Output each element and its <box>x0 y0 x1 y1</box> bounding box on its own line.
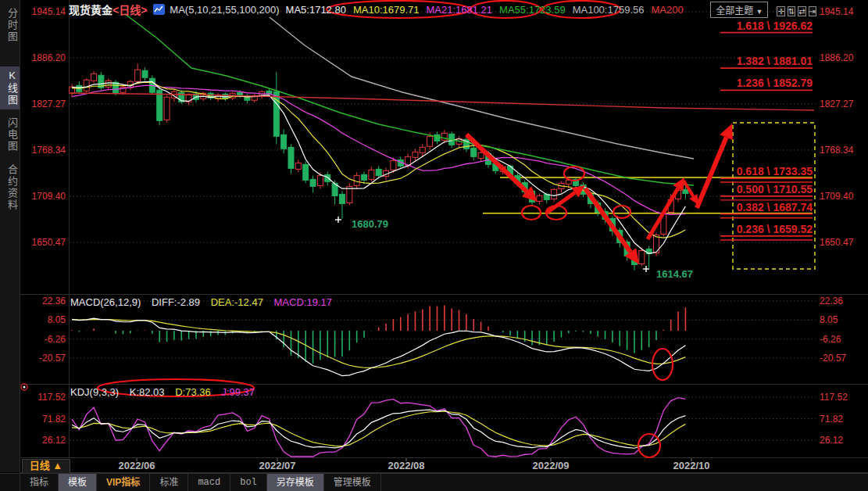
candle-body <box>537 195 542 201</box>
fit-vertical-axis-icon[interactable]: ⇅ <box>788 6 795 16</box>
axis-label-right: -20.57 <box>820 353 846 364</box>
candle-body <box>135 70 141 81</box>
macd-diff-value: DIFF:-2.89 <box>152 296 200 308</box>
fib-label-0.382: 0.382 \ 1687.74 <box>737 201 813 213</box>
fib-label-1.618: 1.618 \ 1926.62 <box>737 20 813 32</box>
kdj-panel-header: KDJ(9,3,3) K:82.03 D:73.36 J:99.37 <box>70 386 263 398</box>
axis-label-right: 8.05 <box>820 314 838 325</box>
toolbar-tab-1[interactable]: 模板 <box>59 474 97 491</box>
sidebar-item-3[interactable]: 合约资料 <box>0 161 20 214</box>
sidebar-item-2[interactable]: 闪电图 <box>0 114 20 156</box>
candle-body <box>310 179 316 186</box>
candle-body <box>434 134 440 141</box>
candle-body <box>362 174 367 180</box>
axis-label-right: 26.12 <box>820 435 843 446</box>
kdj-j-line <box>72 398 685 457</box>
axis-label-left: 1827.27 <box>32 99 66 109</box>
sidebar-item-0[interactable]: 分时图 <box>0 5 20 46</box>
candle-body <box>376 169 381 175</box>
toolbar-tab-3[interactable]: 标准 <box>150 474 188 491</box>
axis-label-left: 117.52 <box>38 392 66 403</box>
axis-label-right: 22.36 <box>820 296 843 306</box>
candle-body <box>317 175 323 185</box>
chart-header: 现货黄金 <日线> MA(5,10,21,55,100,200) MA5:171… <box>69 2 691 17</box>
ma-settings-label: MA(5,10,21,55,100,200) <box>170 4 279 16</box>
candle-body <box>391 160 396 170</box>
candle-body <box>288 147 294 168</box>
candle-body <box>91 73 97 81</box>
fib-label-1.382: 1.382 \ 1881.01 <box>737 55 813 67</box>
macd-dea-value: DEA:-12.47 <box>211 296 263 308</box>
axis-label-left: 22.36 <box>42 296 66 306</box>
axis-label-right: 117.52 <box>820 392 848 403</box>
candle-body <box>369 170 374 179</box>
axis-label-left: 1650.47 <box>32 237 66 248</box>
kdj-j-value: J:99.37 <box>221 386 255 398</box>
axis-label-right: 1827.27 <box>820 99 854 109</box>
ma-value-5: MA200 <box>651 4 683 16</box>
toolbar-tab-2[interactable]: VIP指标 <box>97 474 150 491</box>
axis-label-left: 26.12 <box>42 435 66 446</box>
candle-body <box>325 174 330 181</box>
fib-label-0.500: 0.500 \ 1710.55 <box>737 183 813 195</box>
kdj-k-value: K:82.03 <box>130 386 165 398</box>
fit-horizontal-axis-icon[interactable]: ⇄ <box>798 6 805 16</box>
axis-label-left: 1945.14 <box>32 6 66 17</box>
candle-body <box>105 81 111 87</box>
sidebar-item-1[interactable]: K线图 <box>0 66 20 109</box>
kdj-panel-marker-icon <box>23 386 26 389</box>
left-sidebar: 分时图K线图闪电图合约资料 <box>0 0 20 472</box>
date-label: 2022/10 <box>673 460 710 471</box>
kdj-k-line <box>72 410 685 448</box>
exit-icon[interactable]: ⇥ <box>809 6 816 16</box>
axis-label-left: 1886.20 <box>32 52 66 63</box>
macd-title: MACD(26,12,9) <box>70 296 141 308</box>
kdj-title: KDJ(9,3,3) <box>70 386 119 398</box>
axis-label-left: 8.05 <box>48 314 66 325</box>
axis-label-right: 1709.40 <box>820 191 854 202</box>
axis-label-right: -6.26 <box>820 334 841 345</box>
annotation-arrow-shaft <box>697 138 727 208</box>
toolbar-tab-4[interactable]: macd <box>188 474 230 491</box>
axis-label-left: 1768.34 <box>32 145 66 156</box>
fib-label-0.618: 0.618 \ 1733.35 <box>737 165 813 177</box>
candle-body <box>295 163 301 169</box>
candle-body <box>164 97 170 120</box>
candle-body <box>478 152 484 158</box>
candle-body <box>142 70 148 77</box>
candle-body <box>683 189 688 193</box>
date-label: 2022/09 <box>533 460 570 471</box>
chart-canvas: 1945.141945.141886.201886.201827.271827.… <box>0 0 868 491</box>
candle-body <box>113 82 119 93</box>
fib-label-0.236: 0.236 \ 1659.52 <box>737 223 813 235</box>
toolbar-tab-5[interactable]: bol <box>230 474 267 491</box>
ma-value-3: MA55:1723.59 <box>499 4 566 16</box>
period-selector-button[interactable]: 日线 ▲ <box>22 459 70 474</box>
axis-label-right: 1650.47 <box>820 237 854 248</box>
candle-body <box>238 92 243 95</box>
axis-label-right: 1886.20 <box>820 52 854 63</box>
axis-label-right: 1768.34 <box>820 145 854 156</box>
date-label: 2022/08 <box>388 460 425 471</box>
axis-label-left: -6.26 <box>45 334 66 345</box>
candle-body <box>639 250 645 263</box>
ma100-line <box>270 17 694 159</box>
low-price-label: 1680.79 <box>352 218 388 230</box>
date-label: 2022/07 <box>259 460 296 471</box>
symbol-title: 现货黄金 <box>69 2 113 17</box>
candle-body <box>552 189 557 199</box>
ma-value-1: MA10:1679.71 <box>353 4 420 16</box>
theme-dropdown[interactable]: 全部主题 ▼ <box>710 2 768 18</box>
chevron-down-icon: ▼ <box>756 8 763 16</box>
macd-panel-header: MACD(26,12,9) DIFF:-2.89 DEA:-12.47 MACD… <box>70 296 340 308</box>
crosshair-icon[interactable]: ✛ <box>777 6 784 16</box>
chart-type-icon[interactable] <box>153 4 165 15</box>
axis-label-right: 1945.14 <box>820 6 854 17</box>
toolbar-tab-6[interactable]: 另存模板 <box>267 474 324 491</box>
toolbar-tab-7[interactable]: 管理模板 <box>324 474 381 491</box>
candle-body <box>281 134 287 149</box>
ma-value-0: MA5:1712.80 <box>286 4 346 16</box>
bottom-toolbar: 指标模板VIP指标标准macdbol另存模板管理模板 <box>0 473 868 491</box>
macd-dea-line <box>72 320 685 368</box>
toolbar-tab-0[interactable]: 指标 <box>20 474 59 491</box>
